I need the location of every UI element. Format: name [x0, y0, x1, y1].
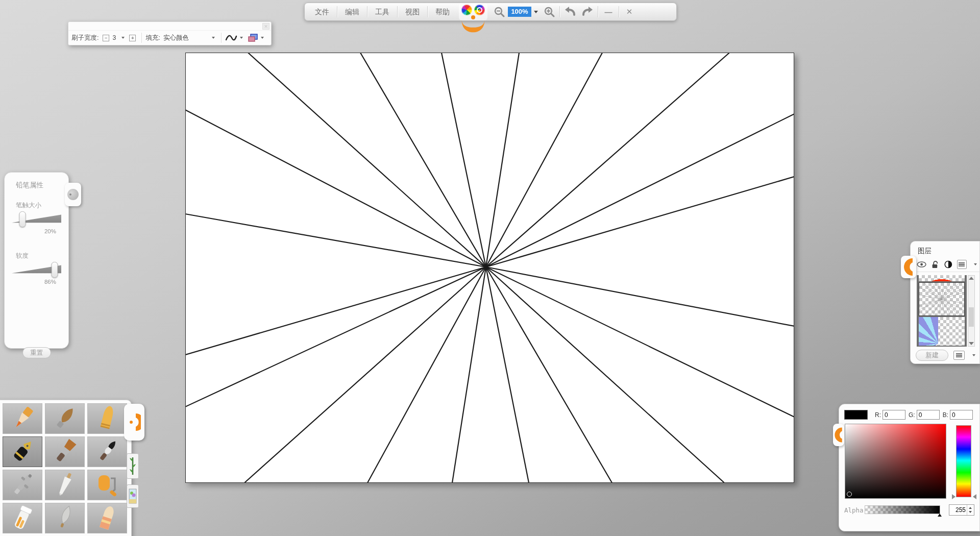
tool-leaf-knife[interactable]: [45, 503, 85, 533]
alpha-decrease-icon[interactable]: [969, 511, 972, 513]
tool-palette-collapse-tab[interactable]: [124, 404, 144, 441]
layer-thumbnail-drawing: [919, 283, 964, 315]
close-icon: ✕: [626, 7, 633, 16]
tool-crayon[interactable]: [87, 403, 127, 434]
zoom-out-button[interactable]: [491, 5, 508, 19]
tool-fountain-pen[interactable]: [3, 436, 42, 467]
color-mode-dropdown-icon[interactable]: [261, 37, 264, 39]
brush-width-increase-button[interactable]: +: [129, 35, 136, 41]
zoom-level-dropdown-icon[interactable]: [534, 11, 538, 13]
reset-button[interactable]: 重置: [22, 347, 51, 358]
saturation-value-field[interactable]: [845, 424, 946, 499]
minimize-icon: —: [605, 8, 612, 16]
layer-thumbnail-rainbow[interactable]: [919, 275, 965, 281]
close-button[interactable]: ✕: [621, 5, 638, 19]
tool-eraser[interactable]: [87, 503, 127, 533]
tool-palette-panel: [0, 400, 132, 536]
zoom-in-icon: [544, 6, 555, 18]
layer-lock-icon[interactable]: [931, 260, 940, 269]
zoom-level-value[interactable]: 100%: [508, 7, 531, 17]
layer-blend-icon[interactable]: [944, 260, 952, 269]
minimize-button[interactable]: —: [600, 5, 617, 19]
color-selection-cursor[interactable]: [847, 492, 852, 497]
green-label: G:: [909, 411, 915, 419]
fill-mode-value[interactable]: 实心颜色: [163, 34, 206, 42]
menu-edit[interactable]: 编辑: [339, 5, 365, 18]
starburst-drawing: [186, 53, 794, 482]
green-input[interactable]: [917, 410, 940, 420]
undo-button[interactable]: [561, 5, 579, 19]
stroke-style-icon[interactable]: [225, 34, 237, 42]
pencil-panel-collapse-tab[interactable]: [65, 183, 81, 206]
tool-paint-jar[interactable]: [3, 503, 42, 533]
hue-marker-right-icon[interactable]: [973, 494, 976, 499]
softness-slider[interactable]: [10, 261, 63, 279]
brush-width-dropdown-icon[interactable]: [121, 37, 125, 39]
menu-tools[interactable]: 工具: [369, 5, 396, 18]
tool-ink-brush[interactable]: [87, 436, 127, 467]
softness-slider-handle[interactable]: [52, 262, 58, 278]
crayon-icon: [90, 405, 124, 432]
softness-label: 软度: [16, 252, 68, 260]
layers-list: [917, 275, 967, 347]
tool-flat-brush[interactable]: [45, 436, 85, 467]
layer-menu-button[interactable]: [957, 260, 967, 269]
scrollbar-thumb[interactable]: [969, 307, 974, 327]
drawing-canvas[interactable]: [185, 53, 794, 483]
tool-airbrush[interactable]: [3, 470, 42, 500]
divider: [559, 6, 560, 17]
hue-slider[interactable]: [956, 425, 971, 497]
new-layer-dropdown-icon[interactable]: [972, 354, 975, 356]
texture-preset-button[interactable]: [127, 484, 139, 508]
zoom-in-button[interactable]: [541, 5, 558, 19]
brush-toolbar-close-icon[interactable]: ✕: [262, 23, 270, 30]
brush-toolbar-titlebar[interactable]: ✕: [68, 22, 271, 31]
palette-knife-icon: [48, 471, 82, 499]
menu-file[interactable]: 文件: [309, 5, 335, 18]
stroke-size-label: 笔触大小: [16, 201, 68, 210]
layers-scrollbar[interactable]: [968, 275, 975, 347]
list-icon: [955, 353, 963, 358]
bamboo-brush-preset-button[interactable]: [127, 453, 139, 479]
blue-input[interactable]: [950, 410, 973, 420]
stroke-size-slider[interactable]: [10, 211, 63, 228]
brush-width-label: 刷子宽度:: [71, 34, 99, 42]
brush-width-decrease-button[interactable]: −: [103, 35, 109, 41]
hue-marker-left-icon[interactable]: [952, 494, 955, 499]
airbrush-icon: [6, 471, 39, 499]
layer-visibility-icon[interactable]: [917, 260, 926, 269]
layer-thumbnail-current[interactable]: [919, 282, 965, 316]
alpha-increase-icon[interactable]: [969, 507, 972, 509]
color-picker-collapse-tab[interactable]: [833, 424, 844, 446]
layer-thumbnail-blue-rays[interactable]: [919, 317, 965, 346]
stroke-size-slider-handle[interactable]: [19, 211, 26, 227]
stroke-size-value: 20%: [5, 228, 56, 234]
color-mode-icon[interactable]: [248, 34, 258, 42]
wooden-brush-icon: [48, 405, 82, 432]
clown-nose-icon: [471, 15, 475, 19]
scroll-down-icon[interactable]: [969, 341, 974, 346]
menu-help[interactable]: 帮助: [429, 5, 456, 18]
layers-panel-collapse-tab[interactable]: [901, 256, 916, 278]
bamboo-icon: [129, 456, 136, 476]
alpha-slider[interactable]: [865, 505, 940, 514]
alpha-value-input[interactable]: [949, 505, 967, 515]
new-layer-button[interactable]: 新建: [916, 350, 948, 361]
new-layer-menu-button[interactable]: [953, 351, 965, 360]
layer-menu-dropdown-icon[interactable]: [974, 263, 977, 265]
tool-palette-knife[interactable]: [45, 470, 85, 500]
current-color-swatch[interactable]: [844, 410, 868, 420]
clown-right-eye-icon: [474, 5, 485, 15]
redo-button[interactable]: [579, 5, 596, 19]
tool-pencil[interactable]: [3, 403, 42, 434]
alpha-marker-icon[interactable]: [938, 514, 942, 517]
fill-label: 填充:: [145, 34, 160, 42]
tool-wooden-brush[interactable]: [45, 403, 85, 434]
scroll-up-icon[interactable]: [969, 276, 974, 281]
paint-app-desktop: { "icons": { "minus": "−", "plus": "+", …: [0, 0, 980, 536]
fill-mode-dropdown-icon[interactable]: [212, 37, 215, 39]
stroke-style-dropdown-icon[interactable]: [240, 37, 243, 39]
menu-view[interactable]: 视图: [399, 5, 426, 18]
tool-paint-roller[interactable]: [87, 470, 127, 500]
red-input[interactable]: [883, 410, 905, 420]
